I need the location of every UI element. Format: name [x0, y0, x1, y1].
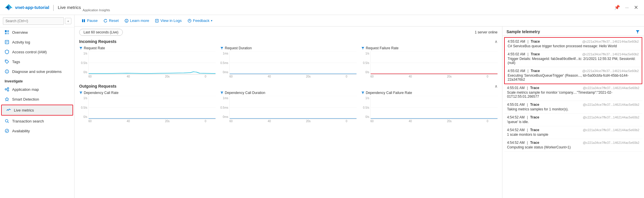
header-logo: vnet-app-tutorial — [5, 3, 49, 12]
telemetry-id: @c221a34ce7ffe37...1462144ac5e60b2 — [583, 86, 639, 90]
chart-label-text: Dependency Call Failure Rate — [366, 91, 412, 95]
telemetry-id: @c221a34ce7ffe37...1462144ac5e60b2 — [582, 40, 639, 43]
svg-point-26 — [188, 19, 191, 22]
sidebar-item-diagnose[interactable]: Diagnose and solve problems — [0, 67, 74, 76]
diagnose-icon — [5, 69, 9, 74]
telemetry-separator: | — [527, 140, 528, 145]
server-status: 1 server online — [475, 30, 498, 34]
chart-area — [88, 51, 216, 74]
time-badge[interactable]: Last 60 seconds (Live) — [79, 29, 123, 36]
x-axis: 60 40 20s 0 — [79, 74, 216, 78]
svg-rect-4 — [5, 40, 9, 44]
chart-area — [370, 51, 498, 74]
telemetry-type: Trace — [531, 69, 540, 73]
svg-point-11 — [5, 89, 7, 90]
sidebar-item-tags[interactable]: Tags — [0, 57, 74, 67]
map-icon — [5, 87, 9, 92]
outgoing-title: Outgoing Requests — [79, 84, 116, 88]
chart-label-text: Request Rate — [84, 46, 105, 50]
incoming-collapse-button[interactable]: ∧ — [495, 39, 498, 44]
telemetry-filter-icon[interactable] — [635, 29, 640, 34]
header-right-actions: 📌 ··· ✕ — [613, 3, 639, 12]
svg-point-23 — [126, 20, 127, 20]
telemetry-time: 4:54:52 AM — [507, 141, 525, 145]
telemetry-type: Trace — [530, 115, 539, 119]
telemetry-id: @c221a34ce7ffe37...1462144ac5e60b2 — [583, 128, 639, 132]
outgoing-collapse-button[interactable]: ∧ — [495, 84, 498, 88]
svg-rect-3 — [7, 33, 9, 34]
sidebar-item-availability[interactable]: Availability — [0, 126, 74, 136]
x-axis: 60 40 20s 0 — [220, 74, 357, 78]
sidebar-item-label: Smart Detection — [12, 97, 39, 101]
svg-point-7 — [6, 61, 6, 61]
app-header: vnet-app-tutorial | Live metrics Applica… — [0, 0, 644, 15]
sidebar-item-smart-detection[interactable]: Smart Detection — [0, 94, 74, 104]
sidebar-item-overview[interactable]: Overview — [0, 27, 74, 37]
svg-rect-1 — [7, 30, 9, 32]
outgoing-charts-grid: Dependency Call Rate 1/s 0.5/s 0/s — [79, 91, 498, 123]
y-axis: 1/s 0.5/s 0/s — [79, 51, 87, 74]
chart-filter-icon[interactable] — [220, 91, 224, 95]
reset-icon — [103, 19, 107, 23]
chart-filter-icon[interactable] — [79, 46, 83, 50]
reset-button[interactable]: Reset — [101, 17, 121, 24]
svg-rect-0 — [5, 30, 7, 32]
chart-label: Dependency Call Rate — [79, 91, 216, 95]
telemetry-time: 4:55:02 AM — [508, 52, 525, 56]
x-axis: 604020s0 — [79, 119, 216, 123]
svg-marker-37 — [361, 47, 364, 49]
incoming-requests-section: Incoming Requests ∧ Request Rate — [75, 38, 502, 80]
chart-filter-icon[interactable] — [361, 46, 365, 50]
svg-point-28 — [190, 20, 190, 21]
x-axis: 60 40 20s 0 — [361, 74, 498, 78]
telemetry-separator: | — [527, 128, 528, 132]
header-page-title: Live metrics — [58, 5, 81, 10]
view-in-logs-button[interactable]: View in Logs — [153, 17, 184, 24]
sidebar-item-label: Activity log — [12, 40, 30, 44]
sidebar-search-input[interactable] — [3, 17, 64, 25]
view-in-logs-label: View in Logs — [160, 18, 181, 23]
telemetry-row: 4:55:02 AM | Trace @c221a34ce7ffe37...14… — [508, 69, 639, 73]
telemetry-row: 4:54:52 AM | Trace @c221a34ce7ffe37...14… — [507, 140, 639, 145]
telemetry-id: @c221a34ce7ffe37...1462144ac5e60b2 — [583, 103, 639, 106]
sidebar-item-application-map[interactable]: Application map — [0, 84, 74, 94]
sidebar-item-live-metrics[interactable]: Live metrics — [1, 105, 73, 116]
telemetry-id: @c221a34ce7ffe37...1462144ac5e60b2 — [583, 116, 639, 119]
telemetry-message: Trigger Details: MessageId: fab3ea69cd9e… — [508, 56, 639, 65]
telemetry-panel: Sample telemetry 4:55:02 AM | Trace @c22… — [502, 27, 644, 198]
pin-button[interactable]: 📌 — [613, 3, 621, 11]
telemetry-row: 4:54:52 AM | Trace @c221a34ce7ffe37...14… — [507, 128, 639, 132]
svg-marker-47 — [361, 92, 364, 94]
learn-more-button[interactable]: Learn more — [122, 17, 151, 24]
metrics-panel: Last 60 seconds (Live) 1 server online I… — [75, 27, 502, 198]
chart-area — [229, 51, 357, 74]
chart-label-text: Dependency Call Rate — [84, 91, 118, 95]
sidebar-item-access-control[interactable]: Access control (IAM) — [0, 47, 74, 57]
more-options-button[interactable]: ··· — [624, 4, 630, 11]
telemetry-time: 4:55:02 AM — [508, 69, 525, 73]
sidebar-item-label: Overview — [12, 30, 28, 35]
sidebar-collapse-button[interactable]: « — [65, 18, 71, 24]
sidebar-item-transaction-search[interactable]: Transaction search — [0, 116, 74, 126]
chart-filter-icon[interactable] — [79, 91, 83, 95]
sidebar-item-activity-log[interactable]: Activity log — [0, 37, 74, 47]
chart-filter-icon[interactable] — [361, 91, 365, 95]
close-button[interactable]: ✕ — [633, 3, 639, 12]
feedback-button[interactable]: Feedback ▾ — [185, 17, 215, 24]
telemetry-type: Trace — [531, 39, 540, 44]
telemetry-message: Scale metrics sample for monitor 'compan… — [507, 90, 639, 99]
sidebar-item-label: Live metrics — [14, 108, 34, 112]
sidebar: « Overview Activity log — [0, 15, 75, 198]
y-axis: 1/s 0.5/s 0/s — [361, 96, 369, 119]
pause-button[interactable]: Pause — [79, 17, 100, 24]
telemetry-entry: 4:55:02 AM | Trace @c221a34ce7ffe37...14… — [505, 38, 642, 50]
incoming-section-header: Incoming Requests ∧ — [79, 38, 498, 46]
header-subtitle: Application Insights — [83, 8, 110, 12]
overview-icon — [5, 30, 9, 35]
dep-call-failure-chart: Dependency Call Failure Rate 1/s 0.5/s 0… — [361, 91, 498, 123]
telemetry-entry: 4:55:02 AM | Trace @c221a34ce7ffe37...14… — [505, 67, 642, 84]
telemetry-time: 4:55:02 AM — [508, 39, 525, 44]
sidebar-item-label: Application map — [12, 87, 39, 92]
dep-call-rate-chart: Dependency Call Rate 1/s 0.5/s 0/s — [79, 91, 216, 123]
chart-filter-icon[interactable] — [220, 46, 224, 50]
